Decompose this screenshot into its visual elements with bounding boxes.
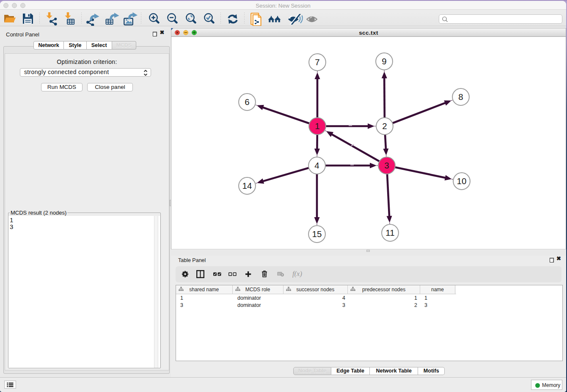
svg-text:2: 2: [382, 121, 387, 131]
svg-text:3: 3: [384, 160, 389, 170]
svg-text:14: 14: [242, 181, 252, 190]
svg-text:10: 10: [457, 176, 467, 186]
svg-text:9: 9: [382, 56, 386, 66]
svg-text:8: 8: [458, 92, 463, 102]
svg-text:11: 11: [385, 228, 394, 237]
svg-text:7: 7: [315, 57, 319, 67]
svg-text:f(x): f(x): [292, 271, 302, 278]
svg-text:6: 6: [245, 97, 249, 107]
svg-text:15: 15: [312, 229, 322, 239]
svg-text:4: 4: [314, 160, 319, 170]
svg-text:1: 1: [315, 121, 319, 131]
